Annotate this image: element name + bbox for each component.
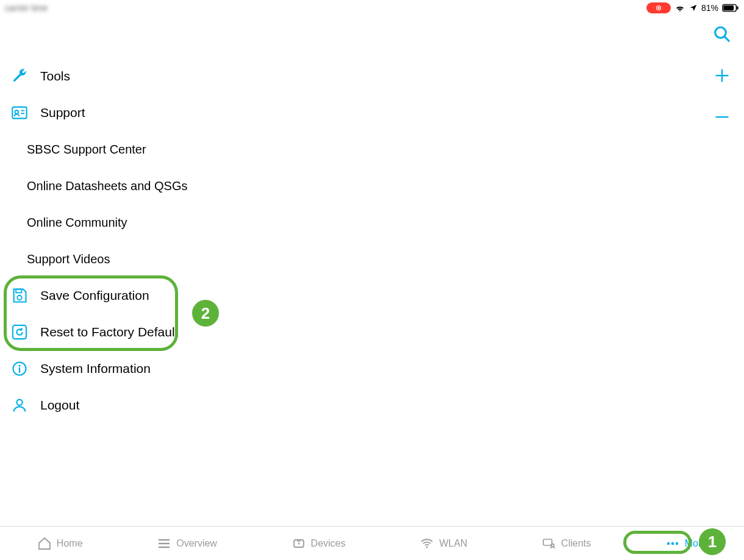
svg-line-6 — [724, 37, 729, 41]
tab-overview[interactable]: Overview — [151, 533, 223, 555]
screen-record-indicator — [646, 2, 671, 13]
search-icon — [713, 25, 731, 43]
menu-label: Support — [40, 105, 85, 120]
tab-more[interactable]: More — [659, 533, 713, 555]
menu-item-support[interactable]: Support — [9, 94, 374, 131]
tab-devices[interactable]: Devices — [285, 533, 352, 555]
info-icon — [10, 359, 29, 378]
tab-label: More — [685, 538, 707, 549]
svg-rect-3 — [723, 5, 734, 10]
battery-icon — [722, 4, 739, 12]
add-button[interactable] — [712, 66, 732, 85]
menu-item-save-configuration[interactable]: Save Configuration — [9, 277, 374, 314]
svg-rect-27 — [543, 539, 552, 545]
tab-label: Clients — [561, 538, 591, 549]
status-right: 81% — [646, 2, 739, 13]
more-dots-icon — [665, 536, 680, 551]
support-item-videos[interactable]: Support Videos — [9, 241, 374, 277]
reset-icon — [10, 322, 29, 342]
clients-icon — [542, 536, 556, 551]
svg-point-31 — [675, 542, 678, 545]
tab-wlan[interactable]: WLAN — [413, 533, 473, 555]
support-item-sbsc[interactable]: SBSC Support Center — [9, 131, 374, 168]
more-menu: Tools Support SBSC Support Center Online… — [9, 58, 374, 424]
collapse-button[interactable] — [712, 107, 732, 127]
svg-point-18 — [18, 365, 20, 367]
menu-label: Support Videos — [27, 252, 110, 266]
svg-point-20 — [16, 400, 22, 405]
menu-item-logout[interactable]: Logout — [9, 387, 374, 424]
battery-percent: 81% — [701, 3, 718, 13]
floppy-disk-icon — [10, 286, 29, 305]
svg-point-29 — [667, 542, 670, 545]
menu-label: Logout — [40, 398, 79, 413]
device-icon — [292, 536, 306, 551]
tab-label: Devices — [311, 538, 346, 549]
svg-rect-16 — [13, 325, 26, 339]
home-icon — [37, 536, 52, 551]
search-button[interactable] — [712, 24, 732, 44]
user-icon — [10, 395, 29, 415]
minus-icon — [714, 108, 731, 126]
menu-label: Tools — [40, 69, 70, 83]
support-item-datasheets[interactable]: Online Datasheets and QSGs — [9, 168, 374, 204]
svg-rect-4 — [737, 6, 738, 10]
menu-lines-icon — [157, 536, 171, 551]
menu-item-tools[interactable]: Tools — [9, 58, 374, 94]
menu-label: Save Configuration — [40, 288, 149, 303]
menu-label: SBSC Support Center — [27, 143, 146, 157]
status-bar: carrier time 81% — [0, 0, 744, 16]
svg-point-15 — [17, 296, 21, 300]
plus-icon — [714, 67, 731, 84]
menu-label: Reset to Factory Default — [40, 325, 178, 339]
tab-label: WLAN — [439, 538, 467, 549]
tab-label: Home — [57, 538, 83, 549]
top-actions — [712, 24, 732, 127]
bottom-tab-bar: Home Overview Devices WLAN Clients More — [0, 526, 744, 560]
id-card-icon — [10, 103, 29, 122]
menu-label: Online Datasheets and QSGs — [27, 179, 187, 193]
svg-point-11 — [15, 110, 19, 114]
tab-label: Overview — [176, 538, 217, 549]
svg-point-26 — [426, 546, 428, 548]
svg-point-30 — [671, 542, 674, 545]
support-item-community[interactable]: Online Community — [9, 204, 374, 241]
wrench-icon — [10, 66, 29, 86]
wifi-icon — [674, 4, 685, 12]
menu-item-system-information[interactable]: System Information — [9, 350, 374, 387]
menu-label: Online Community — [27, 216, 127, 230]
tab-home[interactable]: Home — [31, 533, 89, 555]
tab-clients[interactable]: Clients — [535, 533, 597, 555]
svg-point-1 — [657, 7, 660, 9]
svg-point-25 — [298, 542, 299, 544]
status-carrier-time: carrier time — [5, 3, 48, 13]
svg-rect-14 — [16, 289, 21, 293]
wifi-icon — [420, 536, 434, 551]
location-icon — [689, 4, 698, 12]
menu-item-reset-factory[interactable]: Reset to Factory Default — [9, 314, 374, 350]
menu-label: System Information — [40, 361, 151, 376]
